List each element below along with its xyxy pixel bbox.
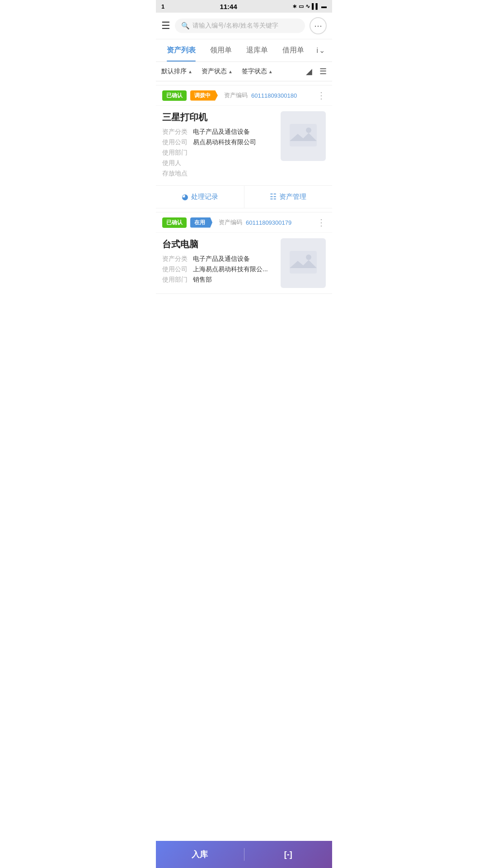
card-2-header: 已确认 在用 资产编码 60111809300179 ⋮ — [156, 212, 332, 233]
asset-status-arrow-icon: ▲ — [228, 69, 233, 74]
card-2-field-0: 资产分类 电子产品及通信设备 — [162, 255, 276, 263]
tab-bar: 资产列表 领用单 退库单 借用单 i ⌄ — [156, 39, 332, 62]
svg-rect-2 — [290, 251, 317, 274]
card-1-image — [281, 111, 326, 161]
image-placeholder-icon — [290, 124, 317, 148]
card-1-menu-button[interactable]: ⋮ — [317, 90, 326, 101]
sign-status-filter[interactable]: 签字状态 ▲ — [242, 67, 273, 75]
tab-asset-list[interactable]: 资产列表 — [160, 39, 203, 61]
chevron-down-icon: ⌄ — [319, 46, 325, 55]
card-1-badge-confirmed: 已确认 — [162, 90, 187, 101]
image-placeholder-2-icon — [290, 251, 317, 275]
filter-bar: 默认排序 ▲ 资产状态 ▲ 签字状态 ▲ ◢ ☰ — [156, 62, 332, 81]
search-placeholder: 请输入编号/名称/姓名等关键字 — [192, 22, 278, 30]
card-2-asset-code: 60111809300179 — [246, 219, 291, 226]
card-list: 已确认 调拨中 资产编码 60111809300180 ⋮ 三星打印机 资产分类… — [156, 85, 332, 329]
card-1-info: 三星打印机 资产分类 电子产品及通信设备 使用公司 易点易动科技有限公司 使用部… — [162, 111, 276, 180]
warehouse-in-button[interactable]: 入库 — [156, 841, 244, 868]
card-1-asset-code-label: 资产编码 — [224, 91, 248, 99]
card-2-badge-inuse: 在用 — [190, 217, 212, 228]
card-2-body: 台式电脑 资产分类 电子产品及通信设备 使用公司 上海易点易动科技有限公... … — [156, 233, 332, 293]
header: ☰ 🔍 请输入编号/名称/姓名等关键字 ⋯ — [156, 13, 332, 39]
card-2-badge-confirmed: 已确认 — [162, 217, 187, 228]
menu-button[interactable]: ☰ — [161, 20, 170, 32]
tab-more-label: i — [316, 47, 318, 55]
card-1-field-0: 资产分类 电子产品及通信设备 — [162, 128, 276, 136]
card-2-menu-button[interactable]: ⋮ — [317, 217, 326, 228]
manage-label: 资产管理 — [279, 193, 306, 201]
card-2-asset-code-label: 资产编码 — [219, 218, 242, 226]
sort-label: 默认排序 — [161, 67, 187, 75]
wifi-icon: ∿ — [305, 3, 310, 9]
card-1-field-3: 使用人 — [162, 159, 276, 167]
phone-icon: ▭ — [299, 3, 304, 9]
card-1-field-1: 使用公司 易点易动科技有限公司 — [162, 138, 276, 146]
manage-icon: ☷ — [270, 192, 277, 202]
sort-filter[interactable]: 默认排序 ▲ — [161, 67, 192, 75]
asset-status-filter[interactable]: 资产状态 ▲ — [202, 67, 233, 75]
card-2-image — [281, 238, 326, 288]
list-view-icon[interactable]: ☰ — [319, 66, 327, 76]
status-bar: 1 11:44 ∗ ▭ ∿ ▌▌ ▬ — [156, 0, 332, 13]
tab-return-order[interactable]: 退库单 — [239, 39, 275, 61]
bluetooth-icon: ∗ — [292, 3, 297, 9]
search-bar[interactable]: 🔍 请输入编号/名称/姓名等关键字 — [175, 19, 305, 33]
bottom-bar: 入库 [-] — [156, 841, 332, 868]
svg-rect-0 — [290, 124, 317, 146]
history-label: 处理记录 — [191, 193, 218, 201]
card-1-title: 三星打印机 — [162, 111, 276, 123]
tab-borrow-order[interactable]: 借用单 — [275, 39, 311, 61]
chat-button[interactable]: ⋯ — [310, 17, 327, 34]
search-icon: 🔍 — [181, 22, 190, 30]
status-indicator: 1 — [161, 3, 164, 10]
card-1-field-4: 存放地点 — [162, 170, 276, 178]
tab-claim-order[interactable]: 领用单 — [203, 39, 239, 61]
battery-icon: ▬ — [321, 3, 327, 9]
sign-status-label: 签字状态 — [242, 67, 267, 75]
card-1-asset-code: 60111809300180 — [251, 92, 297, 99]
filter-funnel-icon[interactable]: ◢ — [306, 66, 312, 76]
card-1-manage-button[interactable]: ☷ 资产管理 — [244, 186, 333, 208]
signal-icon: ▌▌ — [312, 3, 319, 9]
svg-point-3 — [306, 255, 311, 260]
chat-icon: ⋯ — [314, 21, 322, 31]
sign-status-arrow-icon: ▲ — [268, 69, 273, 74]
status-time: 11:44 — [164, 3, 292, 10]
asset-card-2: 已确认 在用 资产编码 60111809300179 ⋮ 台式电脑 资产分类 电… — [156, 212, 332, 294]
sort-arrow-icon: ▲ — [188, 69, 192, 74]
scan-button[interactable]: [-] — [244, 842, 333, 868]
card-1-field-2: 使用部门 — [162, 149, 276, 157]
card-1-actions: ◕ 处理记录 ☷ 资产管理 — [156, 185, 332, 208]
card-1-badge-dispatching: 调拨中 — [190, 90, 218, 101]
card-1-body: 三星打印机 资产分类 电子产品及通信设备 使用公司 易点易动科技有限公司 使用部… — [156, 106, 332, 185]
card-2-info: 台式电脑 资产分类 电子产品及通信设备 使用公司 上海易点易动科技有限公... … — [162, 238, 276, 288]
card-2-title: 台式电脑 — [162, 238, 276, 250]
card-2-field-2: 使用部门 销售部 — [162, 276, 276, 284]
asset-status-label: 资产状态 — [202, 67, 227, 75]
tab-more[interactable]: i ⌄ — [313, 40, 328, 61]
card-1-history-button[interactable]: ◕ 处理记录 — [156, 186, 244, 208]
svg-point-1 — [306, 127, 311, 133]
history-icon: ◕ — [182, 192, 188, 202]
asset-card-1: 已确认 调拨中 资产编码 60111809300180 ⋮ 三星打印机 资产分类… — [156, 85, 332, 208]
status-icons: ∗ ▭ ∿ ▌▌ ▬ — [292, 3, 327, 9]
card-1-header: 已确认 调拨中 资产编码 60111809300180 ⋮ — [156, 85, 332, 106]
card-2-field-1: 使用公司 上海易点易动科技有限公... — [162, 265, 276, 274]
